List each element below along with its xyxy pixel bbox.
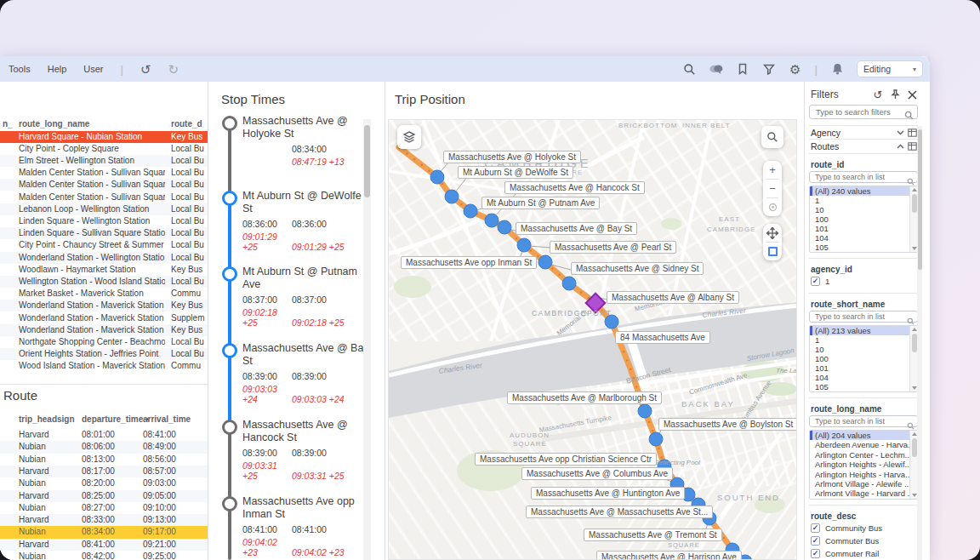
scroll-down-icon[interactable] — [912, 386, 917, 390]
trips-table-row[interactable]: Nubian08:13:0008:56:00 — [0, 454, 208, 466]
routes-table-row[interactable]: Malden Center Station - Sullivan Square … — [0, 167, 208, 179]
stop-marker[interactable] — [222, 191, 237, 206]
scroll-up-icon[interactable] — [912, 328, 917, 331]
filter-list-item[interactable]: (All) 204 values — [810, 431, 917, 440]
routes-table-row[interactable]: Orient Heights Station - Jeffries PointL… — [0, 348, 208, 360]
trips-table-row[interactable]: Harvard08:17:0008:57:00 — [0, 466, 208, 477]
scroll-up-icon[interactable] — [912, 188, 917, 191]
column-header-departure-time[interactable]: departure_time▲ — [82, 414, 150, 424]
filter-checkbox-row[interactable]: ✓Community Bus — [809, 522, 918, 534]
scroll-down-icon[interactable] — [912, 247, 917, 250]
filter-list-item[interactable]: 101 — [810, 224, 917, 233]
checkbox-checked-icon[interactable]: ✓ — [811, 277, 820, 286]
map-stop-marker[interactable] — [638, 404, 652, 418]
routes-table-row[interactable]: Market Basket - Maverick StationCommu — [0, 288, 208, 300]
pin-icon[interactable] — [889, 89, 901, 100]
map-stop-marker[interactable] — [445, 190, 459, 203]
scrollbar-thumb[interactable] — [364, 125, 370, 197]
stop-times-entry[interactable]: Mt Auburn St @ Putnam Ave08:37:0008:37:0… — [242, 266, 372, 328]
routes-table-row[interactable]: Malden Center Station - Sullivan Square … — [0, 191, 208, 203]
list-scrollbar[interactable] — [909, 186, 917, 252]
stop-marker[interactable] — [222, 420, 237, 435]
dataset-table-icon[interactable] — [906, 142, 918, 151]
filter-list-item[interactable]: 104 — [810, 233, 917, 243]
map-search-button[interactable] — [761, 126, 783, 148]
chevron-up-icon[interactable] — [894, 144, 906, 149]
checkbox-checked-icon[interactable]: ✓ — [811, 536, 820, 546]
search-icon[interactable] — [683, 62, 697, 76]
routes-table-row[interactable]: Harvard Square - Nubian StationKey Bus — [0, 131, 208, 143]
list-search-box[interactable] — [809, 311, 918, 323]
filter-list-item[interactable]: 10 — [810, 345, 917, 354]
column-header-arrival-time[interactable]: arrival_time — [143, 414, 191, 424]
list-search-input[interactable] — [813, 416, 897, 426]
list-search-box[interactable] — [809, 171, 918, 183]
filter-list-item[interactable]: 104 — [810, 373, 917, 382]
filter-list-item[interactable]: Aberdeen Avenue - Harva... — [810, 440, 917, 449]
scrollbar-thumb[interactable] — [912, 438, 917, 457]
mode-dropdown[interactable]: Editing ▾ — [857, 60, 923, 77]
list-search-input[interactable] — [813, 172, 897, 182]
routes-table-row[interactable]: Linden Square - Sullivan Square StationL… — [0, 227, 208, 239]
list-scrollbar[interactable] — [909, 326, 917, 391]
stop-marker[interactable] — [222, 496, 237, 511]
trips-table-row[interactable]: Harvard08:41:0009:21:00 — [0, 539, 208, 551]
filter-list-item[interactable]: 100 — [810, 354, 917, 363]
layers-button[interactable] — [397, 125, 421, 149]
trips-table-row[interactable]: Nubian08:27:0009:10:00 — [0, 502, 208, 514]
routes-table-row[interactable]: Lebanon Loop - Wellington StationLocal B… — [0, 203, 208, 215]
filter-checkbox-row[interactable]: ✓Commuter Bus — [809, 534, 918, 547]
redo-icon[interactable]: ↻ — [168, 63, 179, 76]
filter-list-item[interactable]: Arlington Heights - Harva... — [810, 470, 917, 479]
trips-table-row[interactable]: Nubian08:42:0009:25:00 — [0, 551, 208, 560]
routes-table-row[interactable]: Northgate Shopping Center - Beachmont S.… — [0, 336, 208, 348]
checkbox-checked-icon[interactable]: ✓ — [811, 549, 820, 558]
trips-table-row[interactable]: Harvard08:25:0009:05:00 — [0, 490, 208, 502]
map[interactable]: BRICKBOTTOMINNER BELTCAMBRIDGEINMAN SQUA… — [388, 119, 797, 560]
zoom-out-button[interactable]: − — [763, 180, 782, 197]
stop-times-entry[interactable]: Mt Auburn St @ DeWolfe St08:36:0008:36:0… — [242, 190, 372, 252]
menu-help[interactable]: Help — [48, 64, 67, 74]
scroll-up-icon[interactable] — [912, 432, 917, 436]
filter-group-agency[interactable]: Agency — [809, 125, 918, 140]
stop-times-entry[interactable]: Massachusetts Ave @ Bay St08:39:0008:39:… — [242, 342, 372, 404]
column-header-route-desc[interactable]: route_d — [171, 119, 202, 129]
dataset-table-icon[interactable] — [906, 129, 918, 137]
close-icon[interactable] — [906, 89, 918, 100]
map-stop-marker[interactable] — [464, 204, 477, 218]
undo-icon[interactable]: ↺ — [140, 63, 151, 76]
filter-list-item[interactable]: 100 — [810, 214, 917, 224]
trips-table-row[interactable]: Harvard08:01:0008:41:00 — [0, 429, 208, 441]
box-select-button[interactable] — [763, 243, 782, 260]
map-stop-marker[interactable] — [538, 255, 552, 269]
scrollbar-thumb[interactable] — [912, 194, 917, 213]
routes-table-row[interactable]: Wood Island Station - Maverick StationCo… — [0, 360, 208, 372]
column-header-route-long-name[interactable]: route_long_name — [19, 119, 89, 129]
routes-table-row[interactable]: Wonderland Station - Maverick StationSup… — [0, 312, 208, 324]
filter-list-item[interactable]: Arlmont Village - Alewife ... — [810, 479, 917, 489]
filter-list-item[interactable]: (All) 213 values — [810, 326, 917, 335]
filters-search[interactable] — [809, 105, 918, 119]
map-stop-marker[interactable] — [649, 432, 663, 446]
stop-times-entry[interactable]: Massachusetts Ave @ Hancock St08:39:0008… — [242, 419, 372, 481]
list-search-box[interactable] — [809, 415, 918, 427]
scrollbar-thumb[interactable] — [918, 129, 922, 270]
map-stop-marker[interactable] — [485, 214, 499, 227]
filter-list-item[interactable]: 105 — [810, 382, 917, 391]
filters-search-input[interactable] — [814, 106, 899, 118]
filter-list-item[interactable]: Arlington Heights - Alewif... — [810, 460, 917, 469]
column-header-trip-headsign[interactable]: trip_headsign — [19, 414, 75, 424]
checkbox-checked-icon[interactable]: ✓ — [811, 523, 820, 533]
menu-user[interactable]: User — [83, 64, 103, 74]
reset-filters-icon[interactable]: ↺ — [872, 89, 884, 100]
filter-list-item[interactable]: 101 — [810, 363, 917, 373]
map-stop-marker[interactable] — [498, 220, 511, 234]
scroll-down-icon[interactable] — [912, 494, 917, 497]
stop-times-entry[interactable]: Massachusetts Ave @ Holyoke St08:34:0008… — [242, 115, 372, 167]
filter-list-item[interactable]: 1 — [810, 196, 917, 205]
map-stop-marker[interactable] — [517, 238, 531, 252]
filter-list-item[interactable]: 10 — [810, 205, 917, 214]
list-search-input[interactable] — [813, 311, 897, 322]
routes-table-row[interactable]: Linden Square - Wellington StationLocal … — [0, 215, 208, 227]
stop-times-scrollbar[interactable] — [363, 119, 371, 560]
